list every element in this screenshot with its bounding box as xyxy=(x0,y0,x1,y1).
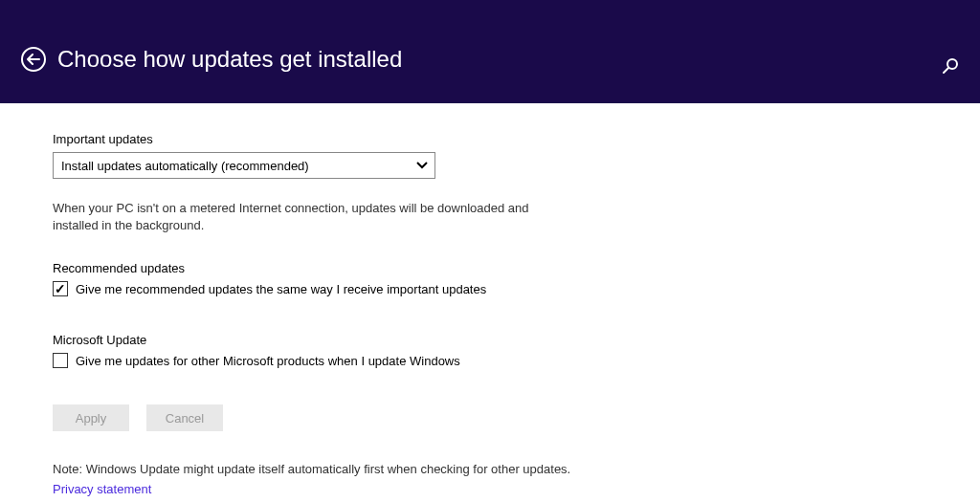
apply-button[interactable]: Apply xyxy=(53,404,129,431)
select-value: Install updates automatically (recommend… xyxy=(61,159,309,173)
page-title: Choose how updates get installed xyxy=(57,46,402,73)
back-button[interactable] xyxy=(21,47,46,72)
svg-line-1 xyxy=(944,68,948,73)
arrow-left-icon xyxy=(27,54,40,65)
recommended-updates-group: Recommended updates Give me recommended … xyxy=(53,261,980,296)
privacy-link[interactable]: Privacy statement xyxy=(53,482,980,496)
footer-note: Note: Windows Update might update itself… xyxy=(53,462,980,476)
recommended-updates-label: Recommended updates xyxy=(53,261,980,275)
recommended-updates-checkbox[interactable] xyxy=(53,281,68,296)
microsoft-update-checkbox[interactable] xyxy=(53,353,68,368)
microsoft-update-group: Microsoft Update Give me updates for oth… xyxy=(53,333,980,368)
button-row: Apply Cancel xyxy=(53,404,980,431)
important-updates-select[interactable]: Install updates automatically (recommend… xyxy=(53,152,435,179)
header-bar: Choose how updates get installed xyxy=(0,0,980,103)
important-updates-label: Important updates xyxy=(53,132,980,146)
cancel-button[interactable]: Cancel xyxy=(146,404,223,431)
microsoft-update-checkbox-label: Give me updates for other Microsoft prod… xyxy=(76,354,460,368)
search-icon[interactable] xyxy=(942,57,959,78)
recommended-updates-checkbox-label: Give me recommended updates the same way… xyxy=(76,282,486,296)
microsoft-update-label: Microsoft Update xyxy=(53,333,980,347)
content-area: Important updates Install updates automa… xyxy=(0,103,980,496)
important-updates-description: When your PC isn't on a metered Internet… xyxy=(53,200,560,234)
